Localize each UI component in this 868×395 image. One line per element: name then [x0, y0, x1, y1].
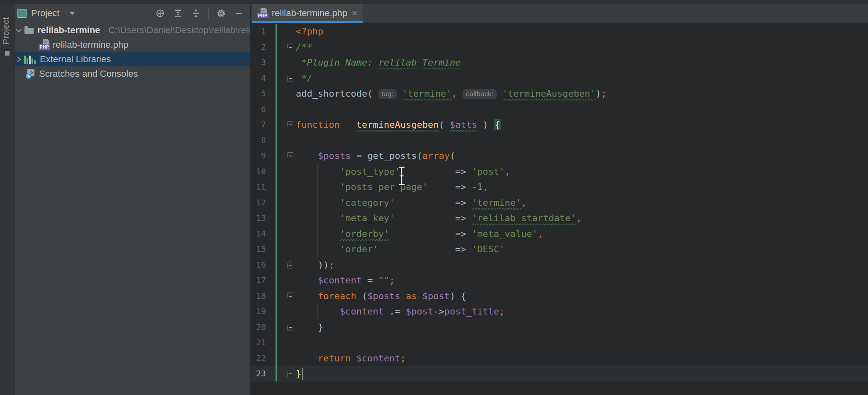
code-text: $content .= $post->post_title;: [296, 304, 868, 319]
code-text: $posts = get_posts(array(: [296, 148, 868, 164]
clock-icon: [26, 73, 31, 79]
code-text: }: [296, 366, 868, 382]
editor-surface[interactable]: 1<?php2/**3 *Plugin Name: relilab Termin…: [251, 23, 868, 395]
fold-marker-icon[interactable]: [287, 293, 293, 300]
code-text: 'orderby' => 'meta_value',: [296, 226, 868, 242]
hide-panel-icon: [236, 13, 242, 14]
code-line-13[interactable]: 13 'meta_key' => 'relilab_startdate',: [251, 210, 868, 226]
settings-gear-icon: [216, 8, 227, 19]
fold-marker-icon[interactable]: [287, 152, 293, 159]
code-text: 'meta_key' => 'relilab_startdate',: [296, 210, 868, 226]
code-line-6[interactable]: 6: [251, 102, 868, 117]
code-line-8[interactable]: 8: [251, 133, 868, 149]
code-line-3[interactable]: 3 *Plugin Name: relilab Termine: [251, 55, 868, 71]
tree-root-name: relilab-termine: [37, 25, 100, 36]
code-line-4[interactable]: 4 */: [251, 71, 868, 86]
code-line-5[interactable]: 5add_shortcode( tag: 'termine', callback…: [251, 86, 868, 102]
text-caret: [302, 368, 303, 380]
line-number: 19: [251, 304, 266, 319]
mouse-ibeam-cursor: [396, 166, 407, 186]
project-panel-title[interactable]: Project: [31, 8, 59, 19]
code-line-15[interactable]: 15 'order' => 'DESC': [251, 241, 868, 257]
line-number: 11: [251, 179, 266, 195]
code-line-16[interactable]: 16 ));: [251, 257, 868, 273]
code-line-22[interactable]: 22 return $content;: [251, 351, 868, 366]
line-number: 15: [251, 241, 266, 257]
project-panel-header: Project: [15, 4, 250, 23]
code-text: <?php: [296, 24, 868, 39]
tree-row-scratches[interactable]: Scratches and Consoles: [15, 66, 250, 81]
code-line-11[interactable]: 11 'posts_per_page' => -1,: [251, 179, 868, 195]
tree-file-name: relilab-termine.php: [53, 39, 128, 50]
fold-marker-icon[interactable]: [287, 324, 293, 331]
code-line-14[interactable]: 14 'orderby' => 'meta_value',: [251, 226, 868, 242]
code-line-10[interactable]: 10 'post_type' => 'post',: [251, 164, 868, 180]
line-number: 6: [251, 102, 266, 117]
code-text: }: [296, 319, 868, 335]
code-text: ));: [296, 257, 868, 273]
fold-marker-icon[interactable]: [287, 75, 293, 82]
hide-panel-button[interactable]: [234, 8, 244, 19]
code-text: function termineAusgeben( $atts ) {: [296, 117, 868, 133]
code-line-20[interactable]: 20 }: [251, 319, 868, 335]
code-line-2[interactable]: 2/**: [251, 39, 868, 55]
code-text: foreach ($posts as $post) {: [296, 288, 868, 304]
line-number: 17: [251, 273, 266, 288]
line-number: 2: [251, 39, 266, 55]
fold-marker-icon[interactable]: [287, 370, 293, 377]
line-number: 16: [251, 257, 266, 273]
line-number: 9: [251, 148, 266, 164]
project-panel: Project: [15, 4, 251, 395]
line-number: 12: [251, 195, 266, 211]
php-file-icon: PHP: [257, 8, 268, 19]
line-number: 10: [251, 164, 266, 180]
locate-file-button[interactable]: [155, 8, 166, 19]
close-tab-icon[interactable]: ×: [351, 9, 357, 17]
line-number: 20: [251, 319, 266, 335]
tab-relilab-termine-php[interactable]: PHP relilab-termine.php ×: [252, 4, 363, 23]
chevron-right-icon[interactable]: [15, 56, 21, 62]
line-number: 4: [251, 71, 266, 86]
code-text: return $content;: [296, 351, 868, 366]
code-line-21[interactable]: 21: [251, 335, 868, 351]
code-text: 'order' => 'DESC': [296, 241, 868, 257]
chevron-down-icon[interactable]: [69, 12, 75, 15]
code-line-19[interactable]: 19 $content .= $post->post_title;: [251, 304, 868, 319]
code-text: 'category' => 'termine',: [296, 195, 868, 211]
tab-label: relilab-termine.php: [272, 8, 347, 19]
line-number: 7: [251, 117, 266, 133]
editor-lines: 1<?php2/**3 *Plugin Name: relilab Termin…: [251, 24, 868, 382]
tool-window-square-icon: [5, 51, 10, 56]
collapse-all-button[interactable]: [190, 8, 201, 19]
stripe-project-button[interactable]: Project: [0, 10, 15, 55]
line-number: 14: [251, 226, 266, 242]
tree-root-path: C:\Users\Daniel\Desktop\relilab\relilab-…: [109, 25, 250, 36]
fold-marker-icon[interactable]: [287, 44, 293, 51]
ide-window: Project Project: [0, 0, 868, 395]
line-number: 8: [251, 133, 266, 149]
tree-row-external-libraries[interactable]: External Libraries: [15, 52, 250, 66]
code-line-12[interactable]: 12 'category' => 'termine',: [251, 195, 868, 211]
tree-row-php-file[interactable]: PHP relilab-termine.php: [15, 37, 250, 52]
settings-button[interactable]: [216, 8, 227, 19]
code-line-9[interactable]: 9 $posts = get_posts(array(: [251, 148, 868, 164]
line-number: 23: [251, 366, 266, 382]
code-line-7[interactable]: 7function termineAusgeben( $atts ) {: [251, 117, 868, 133]
fold-marker-icon[interactable]: [287, 261, 293, 268]
vcs-added-marker: [276, 24, 277, 381]
chevron-down-icon[interactable]: [16, 26, 22, 32]
line-number: 21: [251, 335, 266, 351]
folder-icon: [24, 28, 34, 34]
tool-window-stripe: Project: [0, 4, 15, 395]
code-line-23[interactable]: 23}: [251, 366, 868, 382]
collapse-all-icon: [191, 8, 201, 18]
php-file-icon: PHP: [39, 39, 50, 50]
code-text: $content = "";: [296, 273, 868, 288]
expand-all-button[interactable]: [173, 8, 183, 19]
window-top-strip: [0, 0, 868, 4]
code-line-18[interactable]: 18 foreach ($posts as $post) {: [251, 288, 868, 304]
code-line-17[interactable]: 17 $content = "";: [251, 273, 868, 288]
tree-row-project-root[interactable]: relilab-termine C:\Users\Daniel\Desktop\…: [15, 23, 250, 37]
code-line-1[interactable]: 1<?php: [251, 24, 868, 39]
fold-marker-icon[interactable]: [287, 121, 293, 128]
